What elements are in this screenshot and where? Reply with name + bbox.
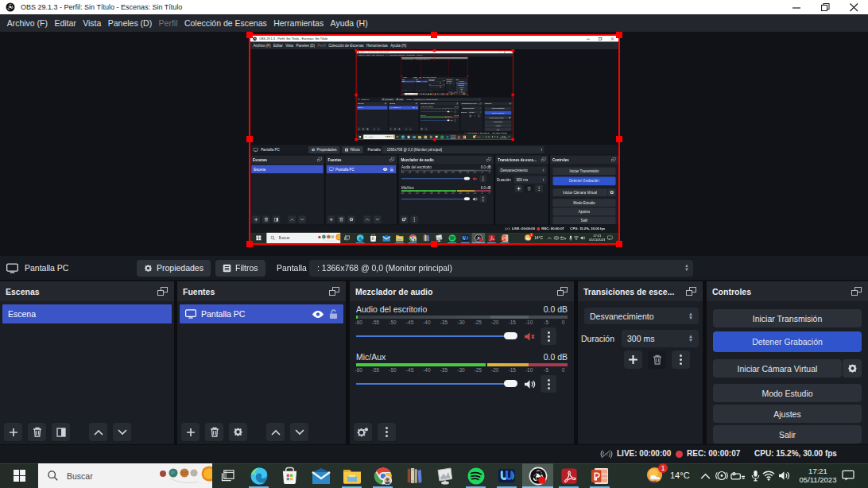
stop-recording-button[interactable]: Detener Grabación [713, 331, 862, 352]
resize-handle-bottom-left[interactable] [246, 241, 253, 247]
tray-chevron-icon[interactable] [700, 473, 711, 479]
resize-handle-bottom-right[interactable] [616, 241, 622, 247]
taskbar-app-calibre[interactable] [398, 463, 429, 488]
lock-open-icon[interactable] [329, 309, 338, 320]
add-transition-button[interactable] [624, 351, 642, 369]
taskbar-app-file-explorer[interactable] [336, 463, 367, 488]
menu-herramientas[interactable]: Herramientas [270, 14, 327, 32]
menu-ayuda[interactable]: Ayuda (H) [327, 14, 370, 32]
resize-handle-mid-right[interactable] [616, 136, 622, 142]
studio-mode-button[interactable]: Modo Estudio [713, 384, 862, 402]
duration-spinbox[interactable]: 300 ms ▲▼ [622, 330, 699, 347]
taskbar-app-obs-studio[interactable] [522, 463, 553, 488]
close-button[interactable] [839, 0, 868, 14]
source-up-button[interactable] [266, 423, 285, 441]
virtual-camera-settings-button[interactable] [843, 359, 862, 378]
menu-coleccion-escenas[interactable]: Colección de Escenas [181, 14, 270, 32]
mic-aux-volume-slider[interactable] [356, 375, 520, 393]
sources-popout-button[interactable] [329, 287, 340, 296]
desktop-audio-menu-button[interactable] [541, 327, 556, 345]
broadcast-icon [600, 449, 613, 459]
taskbar-search-box[interactable] [38, 463, 212, 488]
taskbar-app-photos[interactable] [429, 463, 460, 488]
mixer-popout-button[interactable] [557, 287, 568, 296]
taskbar-app-spotify[interactable] [460, 463, 491, 488]
start-virtual-camera-button[interactable]: Iniciar Cámara Virtual [713, 359, 842, 378]
add-scene-button[interactable] [4, 423, 22, 441]
resize-handle-top-center[interactable] [431, 32, 437, 38]
resize-handle-bottom-center[interactable] [431, 241, 437, 247]
selected-source-outline[interactable]: OBS 29.1.3 - Perfil: Sin Título - Escena… [249, 34, 620, 245]
remove-scene-button[interactable] [28, 423, 46, 441]
filters-button[interactable]: Filtros [215, 260, 265, 277]
visibility-eye-icon[interactable] [312, 310, 324, 319]
exit-button[interactable]: Salir [713, 425, 862, 443]
taskbar-app-chrome[interactable] [367, 463, 398, 488]
db-tick-label: -45 [406, 320, 413, 325]
scene-item-escena[interactable]: Escena [2, 304, 172, 323]
mic-aux-volume-knob[interactable] [504, 380, 517, 387]
tray-wifi-icon[interactable] [762, 471, 775, 481]
menu-paneles[interactable]: Paneles (D) [105, 14, 156, 32]
taskbar-app-blue-w[interactable] [491, 463, 522, 488]
monitor-select-combo[interactable]: : 1366x768 @ 0,0 (Monitor principal) ▲▼ [309, 260, 693, 277]
mic-aux-menu-button[interactable] [541, 375, 556, 393]
mic-aux-mute-button[interactable] [521, 377, 537, 391]
menu-perfil[interactable]: Perfil [155, 14, 180, 32]
taskbar-app-acrobat[interactable] [553, 463, 584, 488]
start-button[interactable] [0, 463, 38, 488]
weather-widget[interactable]: 1 14°C [645, 465, 693, 486]
restore-button[interactable] [811, 0, 839, 14]
taskbar-clock[interactable]: 17:21 05/11/2023 [793, 467, 843, 484]
tray-volume-icon[interactable] [778, 471, 790, 481]
screen-capture-content: OBS 29.1.3 - Perfil: Sin Título - Escena… [250, 36, 618, 243]
desktop-audio-volume-slider[interactable] [356, 327, 520, 345]
db-tick-label: -20 [491, 367, 498, 373]
gear-icon [233, 427, 243, 437]
task-view-button[interactable] [212, 463, 243, 488]
add-source-button[interactable] [181, 423, 200, 441]
tray-microphone-icon[interactable] [751, 470, 760, 482]
resize-handle-mid-left[interactable] [246, 136, 253, 142]
menu-vista[interactable]: Vista [79, 14, 105, 32]
scene-up-button[interactable] [89, 423, 107, 441]
resize-handle-top-right[interactable] [616, 32, 622, 38]
screen-capture-mirror: OBS 29.1.3 - Perfil: Sin Título - Escena… [250, 36, 618, 243]
source-item-pantalla-pc[interactable]: Pantalla PC [180, 304, 343, 323]
spotify-icon [467, 467, 486, 486]
controls-popout-button[interactable] [851, 287, 862, 296]
search-input[interactable] [65, 471, 145, 482]
remove-source-button[interactable] [205, 423, 223, 441]
minimize-button[interactable] [782, 0, 811, 14]
tray-obs-icon[interactable] [715, 470, 728, 482]
taskbar-app-microsoft-store[interactable] [274, 463, 305, 488]
action-center-button[interactable] [842, 470, 854, 484]
scenes-popout-button[interactable] [157, 287, 169, 296]
transition-select-combo[interactable]: Desvanecimiento ▲▼ [584, 308, 699, 324]
resize-handle-top-left[interactable] [246, 32, 253, 38]
taskbar-app-mail[interactable] [305, 463, 336, 488]
source-properties-button[interactable] [229, 423, 247, 441]
scene-filters-button[interactable] [52, 423, 70, 441]
source-down-button[interactable] [290, 423, 308, 441]
taskbar-app-edge[interactable] [243, 463, 274, 488]
menu-archivo[interactable]: Archivo (F) [4, 14, 52, 32]
mixer-menu-button[interactable] [378, 423, 396, 441]
scene-down-button[interactable] [113, 423, 131, 441]
advanced-audio-button[interactable] [354, 423, 372, 441]
chevron-down-icon [118, 429, 127, 436]
desktop-audio-volume-knob[interactable] [504, 332, 517, 339]
properties-button[interactable]: Propiedades [137, 260, 211, 277]
desktop-audio-mute-button[interactable] [521, 329, 537, 343]
scene-item-label: Escena [8, 309, 36, 319]
transitions-popout-button[interactable] [686, 287, 697, 296]
tray-device-icon[interactable] [730, 471, 746, 482]
controls-title: Controles [712, 287, 751, 296]
transition-properties-button[interactable] [672, 351, 690, 369]
start-streaming-button[interactable]: Iniciar Transmisión [713, 309, 862, 327]
remove-transition-button[interactable] [648, 351, 666, 369]
taskbar-app-powerpoint[interactable] [584, 463, 615, 488]
menu-editar[interactable]: Editar [51, 14, 79, 32]
settings-button[interactable]: Ajustes [713, 405, 862, 423]
db-tick-label: -15 [509, 367, 516, 373]
